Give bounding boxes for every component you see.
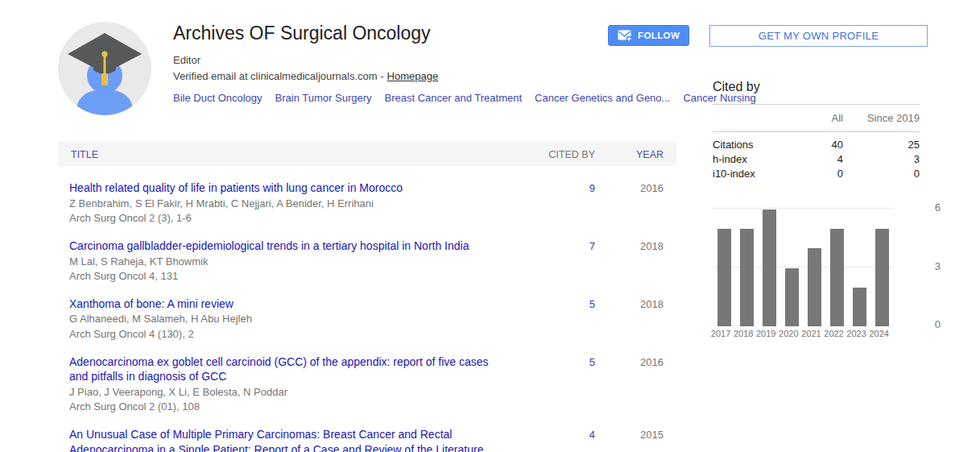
chart-bar-2018[interactable]	[740, 229, 754, 326]
sort-by-year-link[interactable]: YEAR	[636, 149, 664, 160]
articles-table: TITLE CITED BY YEAR Health related quali…	[58, 142, 676, 452]
article-year: 2016	[640, 356, 664, 368]
sort-by-title-link[interactable]: TITLE	[71, 149, 98, 160]
metric-all-value: 40	[795, 138, 843, 152]
cited-count-link[interactable]: 7	[523, 240, 595, 252]
interest-link-brain-tumor-surgery[interactable]: Brain Tumor Surgery	[275, 92, 372, 104]
metric-all-value: 4	[795, 152, 843, 167]
articles-table-header: TITLE CITED BY YEAR	[58, 142, 676, 166]
article-venue: Arch Surg Oncol 4, 131	[69, 269, 523, 283]
article-title-link[interactable]: An Unusual Case of Multiple Primary Carc…	[69, 427, 523, 452]
cited-by-col-all: All	[795, 112, 843, 124]
cited-by-row-i10-index: i10-index 0 0	[713, 167, 920, 181]
citations-chart-plot: 036	[713, 208, 894, 326]
metric-all-value: 0	[795, 167, 843, 181]
article-year: 2018	[640, 298, 664, 310]
metric-label: i10-index	[713, 167, 795, 181]
article-row: Health related quality of life in patien…	[58, 174, 676, 232]
chart-bar-2021[interactable]	[808, 248, 821, 326]
chart-year-label: 2024	[868, 329, 891, 338]
article-title-link[interactable]: Xanthoma of bone: A mini review	[69, 296, 523, 312]
article-authors: M Lal, S Raheja, KT Bhowmik	[69, 255, 523, 268]
cited-count-link[interactable]: 4	[523, 429, 595, 441]
cited-count-link[interactable]: 5	[523, 356, 595, 368]
verified-email-text: Verified email at clinicalmedicaljournal…	[173, 70, 384, 82]
citations-chart-xaxis: 20172018201920202021202220232024	[709, 329, 903, 338]
graduation-cap-person-icon	[58, 104, 151, 115]
article-title-link[interactable]: Adenocarcinoma ex goblet cell carcinoid …	[69, 355, 523, 384]
chart-bar-2017[interactable]	[717, 229, 731, 326]
article-authors: J Piao, J Veerapong, X Li, E Bolesta, N …	[69, 385, 523, 399]
article-year: 2018	[640, 240, 664, 252]
cited-by-row-h-index: h-index 4 3	[713, 152, 920, 167]
sort-by-cited-link[interactable]: CITED BY	[548, 149, 595, 160]
chart-year-label: 2017	[709, 329, 732, 338]
interests-list: Bile Duct OncologyBrain Tumor SurgeryBre…	[173, 89, 560, 106]
article-year: 2015	[640, 429, 664, 441]
article-row: Carcinoma gallbladder-epidemiological tr…	[58, 232, 676, 290]
chart-year-label: 2019	[755, 329, 777, 338]
cited-by-col-since: Since 2019	[843, 112, 920, 124]
profile-role: Editor	[173, 54, 576, 66]
article-venue: Arch Surg Oncol 2 (3), 1-6	[69, 211, 523, 225]
profile-avatar	[58, 22, 151, 115]
article-venue: Arch Surg Oncol 4 (130), 2	[69, 327, 523, 341]
chart-gridline	[713, 208, 894, 209]
cited-by-header-row: All Since 2019	[713, 105, 920, 131]
article-title-link[interactable]: Health related quality of life in patien…	[69, 180, 523, 196]
interest-link-breast-cancer-and-treatment[interactable]: Breast Cancer and Treatment	[385, 92, 523, 104]
chart-bar-2023[interactable]	[853, 288, 866, 326]
profile-name: Archives OF Surgical Oncology	[173, 23, 576, 45]
article-year: 2016	[640, 182, 664, 194]
article-authors: Z Benbrahim, S El Fakir, H Mrabti, C Nej…	[69, 197, 523, 210]
cited-by-row-citations: Citations 40 25	[713, 138, 920, 152]
chart-bar-2024[interactable]	[875, 229, 889, 326]
follow-button-label: FOLLOW	[638, 31, 680, 40]
chart-bar-2020[interactable]	[785, 268, 799, 327]
article-row: Xanthoma of bone: A mini review G Alhane…	[58, 290, 676, 348]
article-row: Adenocarcinoma ex goblet cell carcinoid …	[58, 348, 676, 421]
get-my-own-profile-button[interactable]: GET MY OWN PROFILE	[709, 25, 928, 47]
metric-since-value: 0	[843, 167, 920, 181]
cited-count-link[interactable]: 5	[523, 298, 595, 310]
metric-since-value: 25	[843, 138, 920, 152]
interest-link-cancer-genetics[interactable]: Cancer Genetics and Geno...	[535, 92, 670, 104]
chart-year-label: 2022	[822, 329, 845, 338]
chart-bar-2022[interactable]	[830, 229, 844, 326]
chart-year-label: 2023	[846, 329, 868, 338]
citations-bar-chart: 036 20172018201920202021202220232024	[713, 208, 894, 326]
article-title-link[interactable]: Carcinoma gallbladder-epidemiological tr…	[69, 238, 523, 254]
verified-email: Verified email at clinicalmedicaljournal…	[173, 70, 576, 82]
chart-ytick-label: 3	[908, 260, 941, 272]
chart-year-label: 2018	[732, 329, 755, 338]
article-row: An Unusual Case of Multiple Primary Carc…	[58, 421, 676, 452]
chart-bar-2019[interactable]	[763, 209, 776, 326]
cited-count-link[interactable]: 9	[523, 182, 595, 194]
article-venue: Arch Surg Oncol 2 (01), 108	[69, 400, 523, 413]
interest-link-bile-duct-oncology[interactable]: Bile Duct Oncology	[173, 92, 263, 104]
metric-since-value: 3	[843, 152, 920, 167]
cited-by-panel: Cited by All Since 2019 Citations 40 25 …	[713, 80, 920, 181]
metric-label: h-index	[713, 152, 795, 167]
chart-ytick-label: 6	[908, 201, 941, 214]
cited-by-title: Cited by	[713, 80, 920, 104]
homepage-link[interactable]: Homepage	[387, 70, 439, 82]
chart-year-label: 2021	[800, 329, 822, 338]
chart-year-label: 2020	[777, 329, 800, 338]
metric-label: Citations	[713, 138, 795, 152]
article-authors: G Alhaneedi, M Salameh, H Abu Hejleh	[69, 312, 523, 326]
envelope-plus-icon	[618, 30, 632, 41]
follow-button[interactable]: FOLLOW	[608, 25, 689, 46]
chart-ytick-label: 0	[908, 318, 941, 330]
